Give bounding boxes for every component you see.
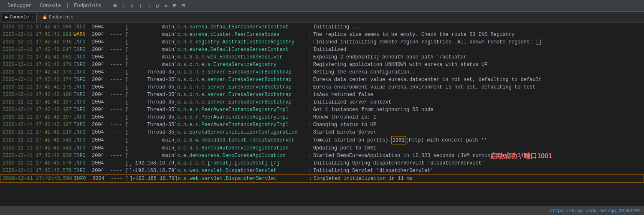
log-msg-post: (http) with context path '' [406,137,487,144]
log-level: INFO [74,121,92,129]
log-bracket: ] [174,46,177,53]
toolbar-grid1-icon[interactable]: ⊞ [172,1,177,10]
log-bracket: ] [174,31,177,38]
log-msg: Exposing 2 endpoint(s) beneath base path… [313,53,469,61]
log-level: INFO [74,175,92,182]
toolbar-menu-icon[interactable]: ≡ [112,2,118,10]
console-tab-icon: ▶ [5,15,8,20]
log-num: 2004 [92,38,110,46]
toolbar-refresh-icon[interactable]: ↺ [155,1,160,10]
status-link[interactable]: https://blog.csdn.net/qq_33204709 [550,208,641,213]
log-bracket: ] [175,175,177,182]
log-msg: Setting the eureka configuration.. [313,68,416,76]
tab-console[interactable]: Console [36,1,65,10]
log-timestamp: 2020-12-11 17:42:42.062 [3,53,74,61]
log-msg-sep: : [308,106,311,114]
log-timestamp: 2020-12-11 17:42:42.197 [3,99,74,106]
log-num: 2004 [92,121,110,129]
log-msg-sep: : [308,137,311,144]
log-timestamp: 2020-12-11 17:42:42.197 [3,114,74,121]
log-msg-sep: : [308,114,311,121]
log-msg: Started Eureka Server [313,129,376,136]
log-msg-sep: : [308,152,311,159]
log-row: 2020-12-11 17:42:42.196 INFO 2004 ---- [… [0,91,644,99]
log-num: 2004 [92,83,110,91]
log-level: INFO [74,152,92,159]
log-num: 2004 [92,61,110,68]
log-logger: o.s.c.n.e.s.EurekaServiceRegistry [177,61,307,68]
log-sep: ---- [ [111,175,129,182]
log-thread: Thread-35 [128,91,174,99]
log-timestamp: 2020-12-11 17:42:42.174 [3,76,74,83]
log-area[interactable]: 2020-12-11 17:42:41.988 INFO 2004 ---- [… [0,23,644,206]
log-level: INFO [74,167,92,175]
log-msg: Updating port to 1001 [313,144,376,152]
toolbar-close-icon[interactable]: ✕ [163,1,169,10]
log-thread: main [128,31,174,38]
log-msg-sep: : [308,99,311,106]
log-num: 2004 [92,106,110,114]
log-port: 1001 [391,136,406,144]
log-level: WARN [74,31,92,38]
log-timestamp: 2020-12-11 17:42:42.210 [3,129,74,136]
log-num: 2004 [92,167,110,175]
log-timestamp: 2020-12-11 17:42:43.578 [3,159,74,167]
log-logger: c.n.eureka.DefaultEurekaServerContext [177,46,307,53]
log-msg: Initialized server context [313,99,391,106]
tab-pipe: | [66,3,69,9]
log-thread: Thread-35 [128,68,174,76]
sub-tab-endpoints[interactable]: 🔥 Endpoints → [38,13,81,21]
toolbar-down1-icon[interactable]: ⇩ [129,1,135,10]
log-timestamp: 2020-12-11 17:42:43.590 [3,175,74,182]
sub-tab-console[interactable]: ▶ Console → [2,13,37,21]
log-bracket: ] [174,152,177,159]
log-row: 2020-12-11 17:42:42.341 INFO 2004 ---- [… [0,144,644,152]
log-level: INFO [74,106,92,114]
log-thread: Thread-35 [128,106,174,114]
log-msg-sep: : [308,91,311,99]
log-logger: o.s.c.n.e.server.EurekaServerBootstrap [177,83,307,91]
log-msg: Registering application UNKNOWN with eur… [313,61,488,68]
endpoints-tab-arrow: → [75,15,77,19]
log-num: 2004 [92,76,110,83]
tab-debugger[interactable]: Debugger [3,1,36,10]
log-num: 2004 [92,23,110,31]
log-sep: ---- [ [110,159,128,167]
log-level: INFO [74,99,92,106]
log-level: INFO [74,38,92,46]
sub-tab-bar: ▶ Console → 🔥 Endpoints → [0,12,644,23]
log-sep: ---- [ [110,137,128,144]
log-bracket: ] [174,61,177,68]
log-msg-sep: : [308,121,311,129]
log-timestamp: 2020-12-11 17:42:41.988 [3,23,74,31]
log-sep: ---- [ [110,152,128,159]
log-msg-sep: : [308,38,311,46]
log-sep: ---- [ [110,38,128,46]
log-timestamp: 2020-12-11 17:42:42.197 [3,106,74,114]
log-thread: main [128,61,174,68]
log-num: 2004 [92,152,110,159]
log-msg-sep: : [309,175,312,182]
log-thread: Thread-35 [128,99,174,106]
log-sep: ---- [ [110,167,128,175]
title-bar-tabs: Debugger Console | Endpoints [3,1,105,10]
toolbar-grid2-icon[interactable]: ⊟ [180,1,186,10]
log-level: INFO [74,68,92,76]
toolbar-down2-icon[interactable]: ↓ [146,2,152,10]
log-logger: c.n.e.r.PeerAwareInstanceRegistryImpl [177,121,307,129]
log-bracket: ] [174,23,177,31]
log-thread: main [128,53,174,61]
log-num: 2004 [92,175,111,182]
log-sep: ---- [ [110,68,128,76]
log-sep: ---- [ [110,83,128,91]
log-num: 2004 [92,99,110,106]
log-num: 2004 [92,114,110,121]
log-msg: Initialized [313,46,346,53]
log-sep: ---- [ [110,144,128,152]
log-msg-pre: Tomcat started on port(s): [313,137,391,144]
log-level: INFO [74,159,92,167]
log-timestamp: 2020-12-11 17:42:42.341 [3,144,74,152]
toolbar-up2-icon[interactable]: ↑ [137,2,143,10]
toolbar-up1-icon[interactable]: ⇧ [120,1,126,10]
tab-endpoints[interactable]: Endpoints [70,1,105,10]
